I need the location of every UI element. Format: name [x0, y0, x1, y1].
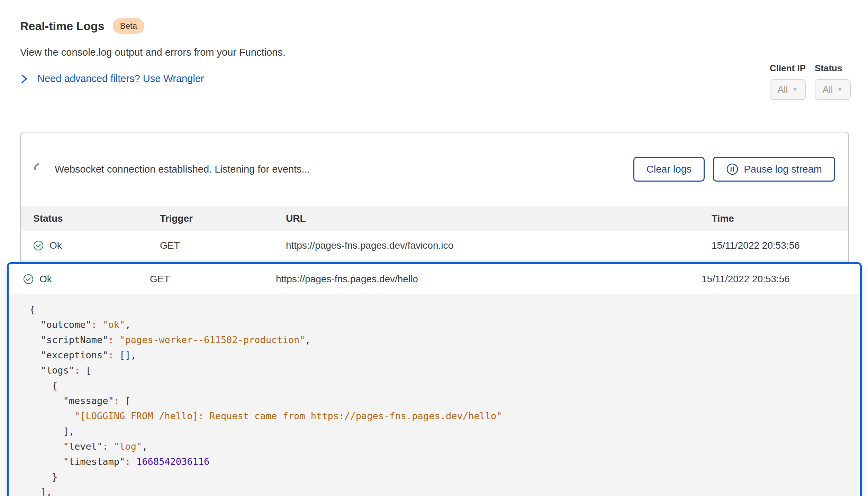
client-ip-filter-value: All [778, 84, 788, 95]
chevron-right-icon [20, 74, 28, 84]
clear-logs-button-label: Clear logs [647, 164, 692, 175]
log-row-favicon[interactable]: Ok GET https://pages-fns.pages.dev/favic… [21, 231, 848, 260]
client-ip-filter-label: Client IP [770, 63, 806, 74]
client-ip-filter: Client IP All ▼ [770, 63, 806, 100]
log-row-trigger: GET [160, 240, 286, 251]
advanced-filters-link[interactable]: Need advanced filters? Use Wrangler [20, 73, 286, 84]
logs-toolbar: Websocket connection established. Listen… [21, 132, 848, 206]
status-filter: Status All ▼ [815, 63, 851, 100]
column-header-time: Time [712, 213, 848, 224]
log-filters: Client IP All ▼ Status All ▼ [770, 63, 851, 100]
status-filter-label: Status [815, 63, 842, 74]
clear-logs-button[interactable]: Clear logs [633, 157, 705, 182]
log-row-hello-selected[interactable]: Ok GET https://pages-fns.pages.dev/hello… [9, 264, 860, 294]
log-row-status: Ok [49, 240, 62, 251]
log-row-trigger: GET [150, 274, 276, 285]
log-row-url: https://pages-fns.pages.dev/hello [276, 274, 702, 285]
status-filter-dropdown[interactable]: All ▼ [815, 79, 851, 100]
beta-badge: Beta [113, 18, 144, 34]
page-header: Real-time Logs Beta View the console.log… [20, 18, 286, 84]
client-ip-filter-dropdown[interactable]: All ▼ [770, 79, 806, 100]
log-row-time: 15/11/2022 20:53:56 [712, 240, 848, 251]
pause-log-stream-button[interactable]: Pause log stream [713, 157, 835, 182]
log-row-time: 15/11/2022 20:53:56 [702, 274, 860, 285]
json-view: { "outcome": "ok", "scriptName": "pages-… [9, 294, 860, 496]
log-table-header: Status Trigger URL Time [21, 206, 848, 231]
page-description: View the console.log output and errors f… [20, 47, 286, 58]
websocket-status-message: Websocket connection established. Listen… [55, 164, 310, 175]
chevron-down-icon: ▼ [837, 86, 843, 93]
realtime-logs-page: Real-time Logs Beta View the console.log… [0, 0, 868, 496]
page-title: Real-time Logs [20, 19, 105, 33]
log-row-url: https://pages-fns.pages.dev/favicon.ico [286, 240, 712, 251]
expanded-log-entry: Ok GET https://pages-fns.pages.dev/hello… [7, 262, 862, 496]
log-row-status: Ok [39, 274, 52, 285]
column-header-trigger: Trigger [160, 213, 286, 224]
status-ok-icon [33, 240, 44, 251]
pause-icon [726, 163, 739, 175]
pause-log-stream-button-label: Pause log stream [744, 164, 822, 175]
status-filter-value: All [823, 84, 833, 95]
chevron-down-icon: ▼ [792, 86, 798, 93]
column-header-status: Status [33, 213, 160, 224]
column-header-url: URL [286, 213, 712, 224]
logs-card: Websocket connection established. Listen… [20, 132, 849, 267]
status-ok-icon [23, 274, 34, 284]
spinner-icon [31, 160, 49, 178]
advanced-filters-link-label: Need advanced filters? Use Wrangler [37, 73, 204, 84]
